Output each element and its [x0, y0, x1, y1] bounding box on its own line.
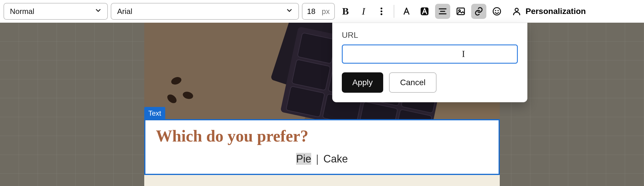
svg-point-10	[496, 10, 496, 10]
insert-link-popover: URL I Apply Cancel	[332, 23, 527, 102]
svg-point-0	[381, 8, 382, 9]
popover-button-row: Apply Cancel	[342, 72, 518, 93]
italic-icon: I	[362, 6, 365, 17]
highlight-icon	[420, 6, 430, 16]
bold-icon: B	[342, 6, 349, 17]
editor-canvas: Text Which do you prefer? Pie | Cake	[0, 23, 644, 186]
choice-separator: |	[314, 153, 320, 165]
image-icon	[456, 6, 466, 16]
text-color-icon	[402, 6, 411, 16]
url-input[interactable]	[342, 44, 518, 64]
highlight-color-button[interactable]	[417, 4, 432, 19]
bold-button[interactable]: B	[338, 4, 353, 19]
text-color-button[interactable]	[399, 4, 414, 19]
chevron-down-icon	[94, 7, 102, 16]
svg-point-11	[498, 10, 498, 10]
more-formatting-button[interactable]	[374, 4, 389, 19]
svg-point-9	[493, 8, 501, 15]
svg-point-1	[381, 10, 382, 12]
cancel-button[interactable]: Cancel	[389, 72, 437, 93]
cancel-button-label: Cancel	[400, 78, 425, 87]
chevron-down-icon	[286, 7, 293, 16]
svg-point-12	[515, 8, 518, 11]
font-size-input[interactable]	[302, 3, 320, 19]
text-block[interactable]: Text Which do you prefer? Pie | Cake	[144, 119, 500, 175]
choice-option-a[interactable]: Pie	[296, 153, 311, 165]
personalization-button[interactable]: Personalization	[507, 4, 590, 19]
insert-image-button[interactable]	[453, 4, 468, 19]
italic-button[interactable]: I	[356, 4, 371, 19]
font-size-input-group: px	[302, 3, 335, 20]
formatting-toolbar: Normal Arial px B I	[0, 0, 644, 23]
paragraph-style-select[interactable]: Normal	[3, 3, 108, 20]
align-button[interactable]	[435, 4, 450, 19]
svg-point-2	[381, 13, 382, 15]
url-field-label: URL	[342, 31, 518, 40]
person-icon	[512, 7, 521, 16]
apply-button[interactable]: Apply	[342, 72, 383, 93]
apply-button-label: Apply	[352, 78, 373, 87]
more-vertical-icon	[376, 6, 386, 16]
font-size-unit: px	[320, 7, 334, 16]
insert-link-button[interactable]	[471, 4, 486, 19]
align-center-icon	[438, 6, 448, 16]
text-block-choices[interactable]: Pie | Cake	[156, 153, 488, 165]
text-block-heading[interactable]: Which do you prefer?	[156, 127, 488, 145]
font-family-select[interactable]: Arial	[111, 3, 299, 20]
toolbar-separator	[394, 5, 394, 18]
insert-emoji-button[interactable]	[489, 4, 504, 19]
font-family-value: Arial	[117, 7, 132, 16]
choice-option-b[interactable]: Cake	[323, 153, 348, 165]
personalization-label: Personalization	[525, 7, 586, 16]
link-icon	[474, 6, 484, 16]
emoji-icon	[492, 6, 502, 16]
paragraph-style-value: Normal	[10, 7, 34, 16]
block-type-tag: Text	[144, 107, 165, 120]
